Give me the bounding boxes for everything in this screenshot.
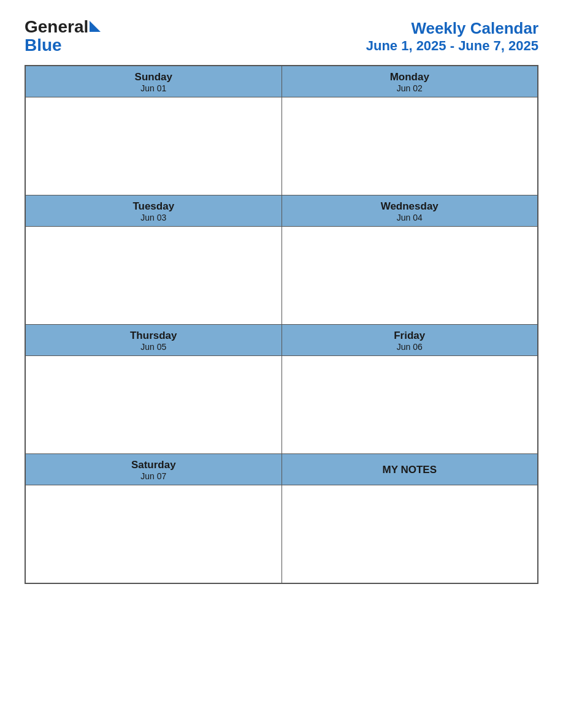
wednesday-cell[interactable]	[282, 227, 538, 325]
notes-header: MY NOTES	[282, 454, 538, 485]
monday-header: Monday Jun 02	[282, 66, 538, 97]
notes-title: MY NOTES	[285, 464, 535, 476]
tuesday-name: Tuesday	[28, 200, 279, 213]
friday-cell[interactable]	[282, 356, 538, 454]
friday-name: Friday	[285, 330, 535, 342]
sunday-cell[interactable]	[26, 97, 282, 195]
saturday-header: Saturday Jun 07	[26, 454, 282, 485]
wednesday-date: Jun 04	[285, 213, 535, 222]
sunday-date: Jun 01	[28, 83, 279, 93]
thursday-cell[interactable]	[26, 356, 282, 454]
wednesday-header: Wednesday Jun 04	[282, 195, 538, 227]
tuesday-header: Tuesday Jun 03	[26, 195, 282, 227]
notes-cell[interactable]	[282, 485, 538, 583]
logo: General Blue	[25, 18, 101, 54]
friday-date: Jun 06	[285, 342, 535, 352]
logo-text-blue: Blue	[25, 37, 101, 54]
saturday-name: Saturday	[28, 459, 279, 471]
calendar-title: Weekly Calendar June 1, 2025 - June 7, 2…	[366, 19, 538, 54]
thursday-header: Thursday Jun 05	[26, 325, 282, 356]
monday-date: Jun 02	[285, 83, 535, 93]
saturday-date: Jun 07	[28, 471, 279, 481]
monday-cell[interactable]	[282, 97, 538, 195]
sunday-name: Sunday	[28, 71, 279, 83]
calendar-grid: Sunday Jun 01 Monday Jun 02 Tuesday Jun …	[25, 65, 538, 584]
monday-name: Monday	[285, 71, 535, 83]
wednesday-name: Wednesday	[285, 200, 535, 213]
calendar-title-sub: June 1, 2025 - June 7, 2025	[366, 38, 538, 54]
friday-header: Friday Jun 06	[282, 325, 538, 356]
logo-text-black: General	[25, 18, 88, 36]
tuesday-date: Jun 03	[28, 213, 279, 222]
page-header: General Blue Weekly Calendar June 1, 202…	[25, 18, 538, 54]
tuesday-cell[interactable]	[26, 227, 282, 325]
saturday-cell[interactable]	[26, 485, 282, 583]
logo-triangle-icon	[90, 21, 101, 32]
sunday-header: Sunday Jun 01	[26, 66, 282, 97]
thursday-date: Jun 05	[28, 342, 279, 352]
thursday-name: Thursday	[28, 330, 279, 342]
calendar-title-main: Weekly Calendar	[366, 19, 538, 38]
